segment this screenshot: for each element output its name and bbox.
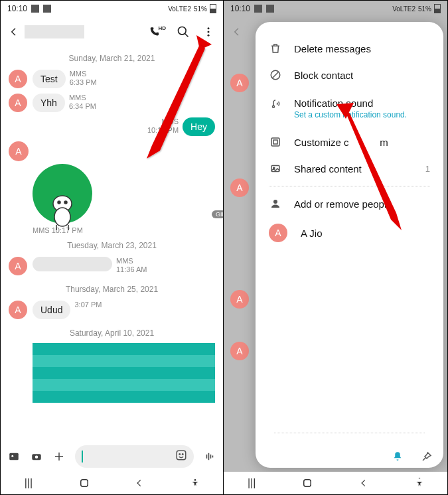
add-button[interactable] xyxy=(52,450,66,463)
avatar[interactable]: A xyxy=(9,257,27,275)
message-row[interactable]: A Yhh MMS 6:34 PM xyxy=(1,91,223,115)
avatar: A xyxy=(230,74,249,92)
status-time: 10:10 xyxy=(230,4,250,13)
message-meta: MMS 10:17 PM xyxy=(147,117,179,135)
message-row[interactable]: A xyxy=(1,139,223,164)
menu-label: Block contact xyxy=(294,70,353,81)
message-meta: MMS 6:33 PM xyxy=(70,70,97,87)
svg-point-4 xyxy=(208,35,210,36)
battery-icon xyxy=(434,4,441,13)
background-chat: A A A A xyxy=(224,47,256,360)
accessibility-button[interactable] xyxy=(188,476,202,490)
bell-button[interactable] xyxy=(390,449,405,464)
avatar[interactable]: A xyxy=(9,301,27,319)
date-header: Saturday, April 10, 2021 xyxy=(1,328,223,338)
trash-icon xyxy=(269,42,282,55)
camera-button[interactable] xyxy=(30,450,43,463)
message-row[interactable]: A Test MMS 6:33 PM xyxy=(1,67,223,91)
message-bubble[interactable]: Udud xyxy=(33,301,70,319)
svg-point-3 xyxy=(208,31,210,33)
svg-rect-32 xyxy=(273,140,277,144)
battery-icon xyxy=(210,4,216,13)
shared-icon xyxy=(269,162,282,175)
menu-add-remove-people[interactable]: Add or remove people xyxy=(260,190,439,217)
svg-line-1 xyxy=(185,34,188,37)
status-network: VoLTE2 xyxy=(168,5,191,13)
search-button[interactable] xyxy=(174,23,192,41)
avatar[interactable]: A xyxy=(9,94,27,112)
message-bubble-redacted[interactable] xyxy=(33,257,112,271)
pin-button[interactable] xyxy=(419,449,434,464)
recents-button[interactable]: ||| xyxy=(21,476,36,490)
back-nav-button[interactable] xyxy=(132,476,147,490)
gallery-button[interactable] xyxy=(7,450,21,463)
message-bubble[interactable]: Yhh xyxy=(33,94,65,112)
shared-count: 1 xyxy=(425,164,430,174)
status-icon xyxy=(254,5,262,13)
avatar: A xyxy=(230,342,249,360)
customize-icon xyxy=(269,135,282,149)
svg-point-35 xyxy=(273,200,277,204)
avatar[interactable]: A xyxy=(9,141,29,161)
message-bubble[interactable]: Test xyxy=(33,70,66,88)
status-bar: 10:10 VoLTE2 51% xyxy=(1,1,223,17)
menu-person-row[interactable]: A A Jio xyxy=(260,217,439,249)
back-button[interactable] xyxy=(6,24,22,40)
status-battery-pct: 51% xyxy=(194,5,207,13)
gif-badge: GIF xyxy=(212,210,223,218)
svg-point-0 xyxy=(179,27,187,35)
call-hd-button[interactable]: HD xyxy=(149,23,167,41)
person-icon xyxy=(269,197,282,210)
menu-label: Notification sound xyxy=(294,98,407,109)
svg-rect-17 xyxy=(177,451,186,460)
message-input[interactable] xyxy=(75,445,194,468)
avatar: A xyxy=(230,290,249,309)
message-row[interactable]: A Udud 3:07 PM xyxy=(1,298,223,322)
avatar[interactable]: A xyxy=(9,70,27,88)
svg-point-18 xyxy=(179,454,181,455)
menu-customize-chat[interactable]: Customize chat room xyxy=(260,129,439,155)
home-button[interactable] xyxy=(300,476,315,490)
menu-shared-content[interactable]: Shared content 1 xyxy=(260,155,439,182)
message-bubble-sent[interactable]: Hey xyxy=(183,117,215,136)
svg-point-2 xyxy=(208,27,210,29)
composer xyxy=(1,441,223,472)
status-icon xyxy=(266,5,274,13)
menu-delete-messages[interactable]: Delete messages xyxy=(260,35,439,62)
recents-button[interactable]: ||| xyxy=(244,476,259,490)
home-button[interactable] xyxy=(77,476,92,490)
accessibility-button[interactable] xyxy=(412,476,427,490)
more-menu-button[interactable] xyxy=(199,23,218,41)
block-icon xyxy=(269,68,282,82)
svg-point-19 xyxy=(183,454,184,455)
left-screenshot: 10:10 VoLTE2 51% HD xyxy=(1,1,224,494)
person-name: A Jio xyxy=(301,228,323,239)
status-bar: 10:10 VoLTE2 51% xyxy=(224,1,447,17)
back-button xyxy=(229,24,245,40)
menu-block-contact[interactable]: Block contact xyxy=(260,62,439,88)
sheet-footer xyxy=(390,449,434,464)
menu-label: Add or remove people xyxy=(294,198,392,210)
svg-point-30 xyxy=(273,106,275,107)
contact-name-redacted xyxy=(25,25,84,38)
sticker-message[interactable]: GIF xyxy=(33,164,223,224)
back-nav-button[interactable] xyxy=(356,476,371,490)
svg-rect-36 xyxy=(304,480,311,487)
svg-rect-11 xyxy=(9,453,19,460)
voice-button[interactable] xyxy=(203,450,216,463)
divider xyxy=(274,433,425,433)
avatar: A xyxy=(230,178,249,197)
status-icon xyxy=(31,5,39,13)
divider xyxy=(269,186,430,186)
svg-point-12 xyxy=(11,455,13,457)
status-battery-pct: 51% xyxy=(418,5,431,13)
svg-point-7 xyxy=(64,201,67,204)
message-row[interactable]: A MMS 11:36 AM xyxy=(1,254,223,278)
media-message-redacted[interactable] xyxy=(33,343,215,403)
svg-point-6 xyxy=(58,201,60,204)
emoji-button[interactable] xyxy=(175,449,187,464)
date-header: Sunday, March 21, 2021 xyxy=(1,54,223,63)
menu-notification-sound[interactable]: Notification sound Set a custom notifica… xyxy=(260,88,439,129)
message-row-outgoing[interactable]: MMS 10:17 PM Hey xyxy=(1,115,223,139)
menu-label: Shared content xyxy=(294,163,362,175)
